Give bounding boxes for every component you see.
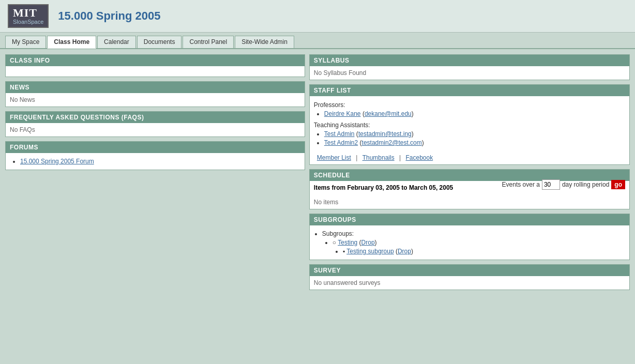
ta2-name-link[interactable]: Test Admin2	[324, 139, 358, 146]
staff-list-header: STAFF LIST	[310, 85, 629, 96]
events-over-label: Events over a	[502, 181, 540, 188]
rolling-period-input[interactable]	[542, 179, 560, 190]
member-links-area: Member List | Thumbnails | Facebook	[310, 151, 629, 164]
tab-controlpanel[interactable]: Control Panel	[183, 36, 234, 48]
list-item: Test Admin (testadmin@test.ing)	[324, 130, 625, 138]
tas-label: Teaching Assistants:	[314, 122, 625, 129]
list-item: Testing subgroup (Drop)	[343, 248, 625, 255]
subgroups-header: SUBGROUPS	[310, 214, 629, 225]
logo-area: MIT SloanSpace 15.000 Spring 2005	[8, 4, 160, 28]
sep1: |	[356, 154, 359, 161]
day-rolling-label: day rolling period	[562, 181, 609, 188]
staff-list-section: STAFF LIST Professors: Deirdre Kane (dek…	[309, 84, 630, 165]
right-column: SYLLABUS No Syllabus Found STAFF LIST Pr…	[309, 54, 630, 290]
schedule-empty: No items	[314, 199, 625, 206]
mit-logo: MIT SloanSpace	[8, 4, 49, 28]
subgroup-list: Testing (Drop) Testing subgroup (Drop)	[332, 239, 625, 255]
list-item: Deirdre Kane (dekane@mit.edu)	[324, 110, 625, 117]
schedule-section: SCHEDULE Items from February 03, 2005 to…	[309, 169, 630, 209]
list-item: Subgroups: Testing (Drop) Testing subgro…	[322, 230, 625, 255]
go-button[interactable]: go	[611, 180, 625, 189]
list-item: Test Admin2 (testadmin2@test.com)	[324, 139, 625, 146]
news-content: No News	[6, 93, 305, 107]
mit-text: MIT	[13, 7, 37, 19]
forum-link[interactable]: 15.000 Spring 2005 Forum	[20, 158, 94, 165]
schedule-content: Items from February 03, 2005 to March 05…	[310, 181, 629, 209]
staff-list-content: Professors: Deirdre Kane (dekane@mit.edu…	[310, 96, 629, 151]
member-list-link[interactable]: Member List	[317, 154, 351, 161]
professor-name-link[interactable]: Deirdre Kane	[324, 110, 361, 117]
subgroup-sub-drop[interactable]: Drop	[398, 248, 411, 255]
survey-content: No unanswered surveys	[310, 276, 629, 290]
tab-myspace[interactable]: My Space	[5, 36, 46, 48]
forums-content: 15.000 Spring 2005 Forum	[6, 153, 305, 170]
tab-documents[interactable]: Documents	[137, 36, 182, 48]
faqs-content: No FAQs	[6, 123, 305, 136]
subgroup-testing-drop[interactable]: Drop	[361, 239, 375, 246]
news-header: NEWS	[6, 82, 305, 93]
thumbnails-link[interactable]: Thumbnails	[362, 154, 395, 161]
sep2: |	[399, 154, 402, 161]
main-content: CLASS INFO NEWS No News FREQUENTLY ASKED…	[0, 49, 635, 295]
syllabus-header: SYLLABUS	[310, 55, 629, 66]
subgroup-sub-link[interactable]: Testing subgroup	[346, 248, 394, 255]
professor-email-link[interactable]: dekane@mit.edu	[365, 110, 412, 117]
schedule-top: Items from February 03, 2005 to March 05…	[314, 184, 625, 194]
subgroup-testing-link[interactable]: Testing	[338, 239, 357, 246]
list-item: 15.000 Spring 2005 Forum	[20, 158, 300, 165]
tab-classhome[interactable]: Class Home	[47, 36, 96, 49]
syllabus-section: SYLLABUS No Syllabus Found	[309, 54, 630, 80]
page-header: MIT SloanSpace 15.000 Spring 2005	[0, 0, 635, 33]
subgroups-content: Subgroups: Testing (Drop) Testing subgro…	[310, 225, 629, 260]
nav-tabs: My Space Class Home Calendar Documents C…	[0, 33, 635, 49]
survey-header: SURVEY	[310, 265, 629, 276]
schedule-controls: Events over a day rolling period go	[502, 179, 625, 190]
forums-section: FORUMS 15.000 Spring 2005 Forum	[5, 141, 305, 170]
class-info-header: CLASS INFO	[6, 55, 305, 66]
tab-calendar[interactable]: Calendar	[97, 36, 136, 48]
syllabus-content: No Syllabus Found	[310, 66, 629, 80]
subgroup-sub-list: Testing subgroup (Drop)	[343, 248, 625, 255]
faqs-section: FREQUENTLY ASKED QUESTIONS (FAQS) No FAQ…	[5, 111, 305, 137]
sloan-text: SloanSpace	[13, 19, 43, 25]
subgroups-label: Subgroups:	[322, 230, 354, 237]
class-info-content	[6, 66, 305, 77]
subgroups-section: SUBGROUPS Subgroups: Testing (Drop) Test…	[309, 214, 630, 260]
facebook-link[interactable]: Facebook	[405, 154, 433, 161]
news-section: NEWS No News	[5, 81, 305, 107]
survey-section: SURVEY No unanswered surveys	[309, 264, 630, 290]
forums-header: FORUMS	[6, 142, 305, 153]
faqs-header: FREQUENTLY ASKED QUESTIONS (FAQS)	[6, 112, 305, 123]
left-column: CLASS INFO NEWS No News FREQUENTLY ASKED…	[5, 54, 305, 290]
list-item: Testing (Drop) Testing subgroup (Drop)	[332, 239, 625, 255]
ta1-name-link[interactable]: Test Admin	[324, 130, 355, 138]
ta1-email-link[interactable]: testadmin@test.ing	[358, 130, 412, 138]
ta2-email-link[interactable]: testadmin2@test.com	[362, 139, 422, 146]
tab-siteadmin[interactable]: Site-Wide Admin	[235, 36, 294, 48]
schedule-date-range: Items from February 03, 2005 to March 05…	[314, 184, 453, 191]
professors-label: Professors:	[314, 101, 625, 109]
class-info-section: CLASS INFO	[5, 54, 305, 77]
course-title: 15.000 Spring 2005	[58, 9, 160, 23]
